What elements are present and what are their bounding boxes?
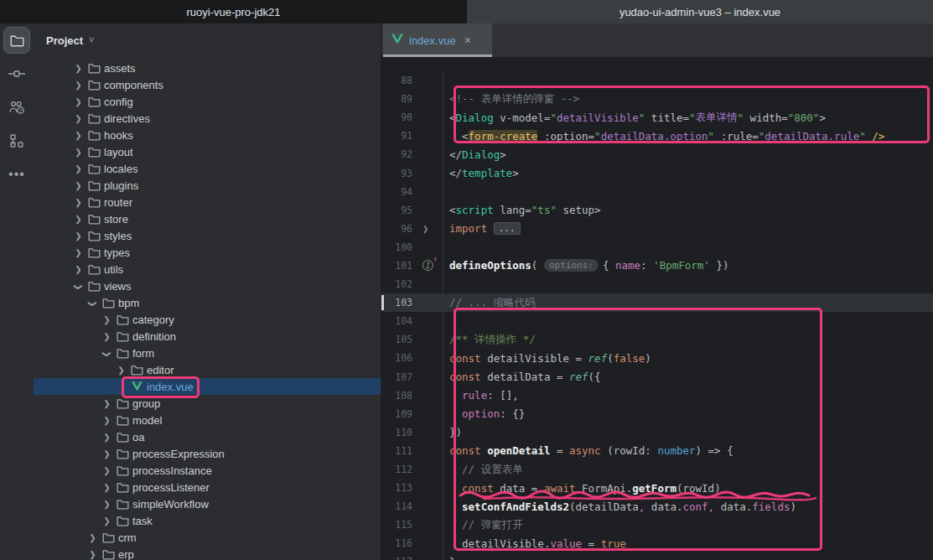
code-line-109[interactable]: 109 option: {} [381, 405, 933, 423]
code-line-108[interactable]: 108 rule: [], [381, 386, 933, 405]
chevron-collapsed-icon[interactable]: ❯ [71, 114, 86, 123]
sidebar-item-config[interactable]: ❯config [34, 93, 381, 110]
sidebar-item-model[interactable]: ❯model [34, 412, 381, 428]
chevron-expanded-icon[interactable]: ❯ [74, 280, 83, 294]
code-line-105[interactable]: 105/** 详情操作 */ [381, 330, 933, 349]
sidebar-item-bpm[interactable]: ❯bpm [34, 294, 381, 311]
chevron-collapsed-icon[interactable]: ❯ [71, 181, 86, 190]
pull-requests-icon[interactable]: ? [0, 91, 34, 124]
sidebar-item-task[interactable]: ❯task [34, 512, 381, 529]
sidebar-item-hooks[interactable]: ❯hooks [34, 127, 381, 143]
chevron-collapsed-icon[interactable]: ❯ [100, 500, 114, 509]
code-line-101[interactable]: 101IdefineOptions( options:{ name: 'BpmF… [381, 257, 933, 275]
sidebar-item-erp[interactable]: ❯erp [34, 546, 381, 560]
chevron-collapsed-icon[interactable]: ❯ [71, 164, 86, 174]
sidebar-item-group[interactable]: ❯group [34, 395, 381, 412]
chevron-collapsed-icon[interactable]: ❯ [100, 449, 114, 459]
sidebar-item-assets[interactable]: ❯assets [34, 60, 381, 76]
code-line-92[interactable]: 92</Dialog> [381, 145, 933, 163]
structure-icon[interactable] [0, 124, 34, 158]
code-line-88[interactable]: 88 [381, 71, 933, 90]
project-tree[interactable]: ❯assets❯components❯config❯directives❯hoo… [34, 60, 381, 560]
code-line-96[interactable]: 96❯import ... [381, 220, 933, 238]
code-line-100[interactable]: 100 [381, 238, 933, 257]
code-line-117[interactable]: 117} [381, 552, 933, 560]
sidebar-item-views[interactable]: ❯views [34, 277, 381, 294]
code-line-91[interactable]: 91 <form-create :option="detailData.opti… [381, 127, 933, 145]
chevron-collapsed-icon[interactable]: ❯ [100, 416, 114, 425]
chevron-collapsed-icon[interactable]: ❯ [86, 533, 100, 542]
sidebar-item-router[interactable]: ❯router [34, 194, 381, 210]
chevron-collapsed-icon[interactable]: ❯ [71, 248, 86, 257]
commit-icon[interactable] [0, 57, 34, 91]
code-line-115[interactable]: 115 // 弹窗打开 [381, 516, 933, 534]
chevron-down-icon[interactable]: ˅ [89, 34, 94, 44]
code-line-90[interactable]: 90<Dialog v-model="detailVisible" title=… [381, 108, 933, 127]
sidebar-item-index-vue[interactable]: index.vue [34, 378, 381, 395]
code-line-111[interactable]: 111const openDetail = async (rowId: numb… [381, 442, 933, 460]
chevron-expanded-icon[interactable]: ❯ [102, 347, 111, 361]
chevron-collapsed-icon[interactable]: ❯ [71, 148, 86, 157]
code-line-113[interactable]: 113 const data = await FormApi.getForm(r… [381, 479, 933, 497]
chevron-collapsed-icon[interactable]: ❯ [71, 265, 86, 274]
sidebar-item-processexpression[interactable]: ❯processExpression [34, 445, 381, 462]
chevron-collapsed-icon[interactable]: ❯ [114, 366, 128, 375]
code-line-93[interactable]: 93</template> [381, 163, 933, 182]
code-line-104[interactable]: 104 [381, 312, 933, 330]
sidebar-item-simpleworkflow[interactable]: ❯simpleWorkflow [34, 495, 381, 512]
code-line-102[interactable]: 102 [381, 275, 933, 293]
folder-icon[interactable] [0, 23, 34, 57]
tab-index-vue[interactable]: index.vue × [383, 23, 492, 57]
sidebar-item-definition[interactable]: ❯definition [34, 328, 381, 345]
sidebar-item-utils[interactable]: ❯utils [34, 261, 381, 277]
chevron-expanded-icon[interactable]: ❯ [88, 297, 97, 311]
chevron-collapsed-icon[interactable]: ❯ [86, 550, 100, 559]
project-panel-header[interactable]: Project ˅ [34, 23, 381, 57]
code-line-110[interactable]: 110}) [381, 423, 933, 442]
code-line-106[interactable]: 106const detailVisible = ref(false) [381, 349, 933, 367]
sidebar-item-processinstance[interactable]: ❯processInstance [34, 462, 381, 479]
code-line-112[interactable]: 112 // 设置表单 [381, 460, 933, 479]
chevron-collapsed-icon[interactable]: ❯ [71, 198, 86, 207]
sidebar-item-store[interactable]: ❯store [34, 210, 381, 227]
sidebar-item-locales[interactable]: ❯locales [34, 160, 381, 177]
editor-area[interactable]: 8889<!-- 表单详情的弹窗 -->90<Dialog v-model="d… [381, 23, 933, 560]
chevron-collapsed-icon[interactable]: ❯ [100, 516, 114, 526]
code-line-94[interactable]: 94 [381, 183, 933, 201]
macro-gutter-icon[interactable]: I [422, 260, 433, 271]
code-line-116[interactable]: 116 detailVisible.value = true [381, 534, 933, 552]
code-line-95[interactable]: 95<script lang="ts" setup> [381, 201, 933, 220]
code-editor[interactable]: 8889<!-- 表单详情的弹窗 -->90<Dialog v-model="d… [381, 71, 933, 560]
folded-code-chip[interactable]: ... [494, 222, 521, 235]
code-line-89[interactable]: 89<!-- 表单详情的弹窗 --> [381, 90, 933, 108]
code-line-103[interactable]: 103// ... 缩略代码 [381, 293, 933, 312]
more-icon[interactable]: ••• [0, 158, 34, 191]
chevron-collapsed-icon[interactable]: ❯ [71, 231, 86, 241]
sidebar-item-category[interactable]: ❯category [34, 311, 381, 328]
sidebar-item-components[interactable]: ❯components [34, 76, 381, 93]
sidebar-item-oa[interactable]: ❯oa [34, 428, 381, 445]
chevron-collapsed-icon[interactable]: ❯ [71, 64, 86, 73]
code-line-114[interactable]: 114 setConfAndFields2(detailData, data.c… [381, 497, 933, 516]
chevron-collapsed-icon[interactable]: ❯ [71, 131, 86, 140]
chevron-collapsed-icon[interactable]: ❯ [100, 399, 114, 408]
sidebar-item-layout[interactable]: ❯layout [34, 143, 381, 160]
code-line-107[interactable]: 107const detailData = ref({ [381, 368, 933, 386]
chevron-collapsed-icon[interactable]: ❯ [100, 466, 114, 475]
chevron-collapsed-icon[interactable]: ❯ [100, 433, 114, 442]
sidebar-item-crm[interactable]: ❯crm [34, 529, 381, 546]
sidebar-item-directives[interactable]: ❯directives [34, 110, 381, 127]
close-icon[interactable]: × [464, 34, 471, 47]
chevron-collapsed-icon[interactable]: ❯ [100, 315, 114, 324]
sidebar-item-plugins[interactable]: ❯plugins [34, 177, 381, 194]
sidebar-item-editor[interactable]: ❯editor [34, 361, 381, 378]
sidebar-item-styles[interactable]: ❯styles [34, 227, 381, 244]
chevron-collapsed-icon[interactable]: ❯ [100, 332, 114, 341]
sidebar-item-form[interactable]: ❯form [34, 345, 381, 361]
chevron-collapsed-icon[interactable]: ❯ [71, 97, 86, 106]
chevron-collapsed-icon[interactable]: ❯ [71, 80, 86, 90]
sidebar-item-processlistener[interactable]: ❯processListener [34, 479, 381, 495]
fold-collapsed-icon[interactable]: ❯ [422, 223, 428, 235]
chevron-collapsed-icon[interactable]: ❯ [71, 215, 86, 224]
sidebar-item-types[interactable]: ❯types [34, 244, 381, 261]
